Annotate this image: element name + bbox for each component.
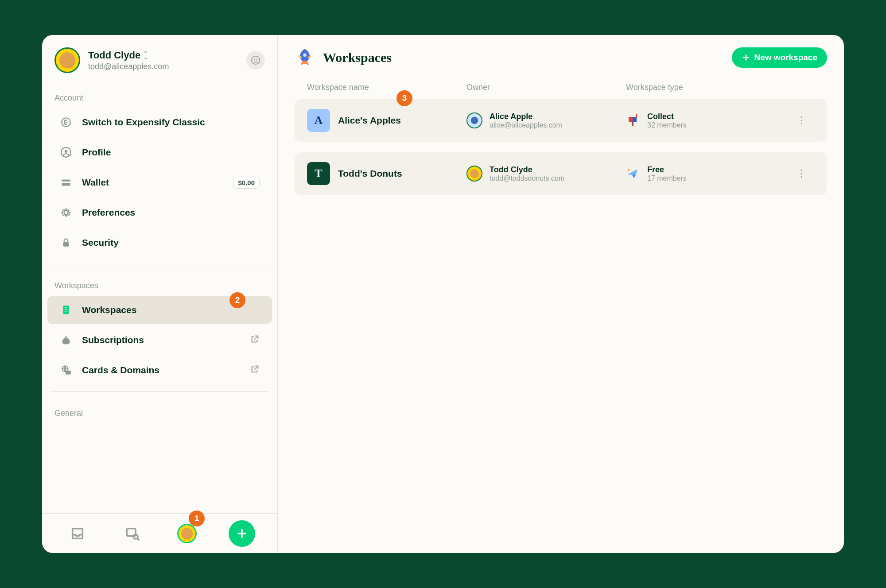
svg-point-21 xyxy=(471,117,478,124)
section-general-label: General xyxy=(42,398,277,422)
smiley-icon xyxy=(251,55,260,65)
building-icon xyxy=(60,304,72,316)
section-workspaces-label: Workspaces xyxy=(42,271,277,295)
svg-point-0 xyxy=(252,56,260,64)
expensify-classic-icon xyxy=(60,116,72,128)
svg-rect-8 xyxy=(63,242,69,247)
plus-icon xyxy=(236,527,248,540)
owner-name: Todd Clyde xyxy=(490,165,564,174)
lock-icon xyxy=(60,236,72,249)
workspace-row[interactable]: T Todd's Donuts Todd Clyde todd@toddsdon… xyxy=(295,152,827,195)
workspace-name: Todd's Donuts xyxy=(338,168,402,179)
bottom-nav-inbox[interactable] xyxy=(64,520,91,547)
plus-icon xyxy=(742,53,750,62)
divider xyxy=(50,391,269,392)
nav-profile[interactable]: Profile xyxy=(47,138,272,166)
wallet-icon xyxy=(60,176,72,189)
workspace-members: 32 members xyxy=(647,121,687,129)
owner-avatar xyxy=(466,166,482,182)
nav-label: Profile xyxy=(82,147,111,158)
workspace-type: Free xyxy=(647,165,687,174)
workspace-type: Collect xyxy=(647,112,687,121)
app-window: Todd Clyde ⌃⌄ todd@aliceapples.com Accou… xyxy=(42,35,844,553)
user-header[interactable]: Todd Clyde ⌃⌄ todd@aliceapples.com xyxy=(42,35,277,83)
paper-plane-icon xyxy=(626,166,640,181)
nav-label: Wallet xyxy=(82,177,109,188)
svg-point-5 xyxy=(65,150,68,153)
svg-rect-25 xyxy=(636,114,637,118)
nav-switch-classic[interactable]: Switch to Expensify Classic xyxy=(47,108,272,136)
nav-label: Subscriptions xyxy=(82,335,144,345)
annotation-badge-1: 1 xyxy=(189,511,205,526)
nav-label: Workspaces xyxy=(82,305,136,315)
owner-email: alice@aliceapples.com xyxy=(490,121,562,129)
rocket-icon xyxy=(295,47,315,68)
svg-rect-24 xyxy=(632,122,633,126)
new-workspace-button[interactable]: New workspace xyxy=(732,47,827,68)
svg-rect-23 xyxy=(629,117,633,122)
page-header: Workspaces New workspace xyxy=(295,47,827,68)
inbox-icon xyxy=(70,526,85,541)
nav-label: Switch to Expensify Classic xyxy=(82,117,205,128)
bottom-nav-create[interactable] xyxy=(229,520,255,547)
svg-rect-7 xyxy=(62,182,70,183)
status-emoji-button[interactable] xyxy=(246,51,265,70)
bottom-nav-search[interactable] xyxy=(119,520,146,547)
owner-email: todd@toddsdonuts.com xyxy=(490,174,564,182)
nav-preferences[interactable]: Preferences xyxy=(47,198,272,227)
main-content: Workspaces New workspace Workspace name … xyxy=(278,35,844,553)
nav-label: Cards & Domains xyxy=(82,365,159,375)
workspace-avatar: A xyxy=(307,109,330,132)
mailbox-icon xyxy=(626,113,640,128)
profile-icon xyxy=(60,146,72,159)
col-owner: Owner xyxy=(466,83,626,92)
user-avatar-small xyxy=(177,524,197,543)
section-account-label: Account xyxy=(42,83,277,107)
nav-workspaces[interactable]: Workspaces 2 xyxy=(47,296,272,324)
user-email: todd@aliceapples.com xyxy=(88,62,169,71)
bottom-nav-account[interactable]: 1 xyxy=(174,520,200,547)
nav-wallet[interactable]: Wallet $0.00 xyxy=(47,168,272,197)
divider xyxy=(50,264,269,264)
chevron-updown-icon: ⌃⌄ xyxy=(143,52,148,59)
owner-name: Alice Apple xyxy=(490,112,562,121)
svg-rect-14 xyxy=(65,311,66,312)
svg-rect-10 xyxy=(65,307,66,308)
page-title: Workspaces xyxy=(323,50,392,65)
user-avatar xyxy=(54,47,80,73)
row-menu-button[interactable]: ⋮ xyxy=(788,168,815,179)
button-label: New workspace xyxy=(754,53,817,62)
annotation-badge-2: 2 xyxy=(229,292,245,308)
svg-point-2 xyxy=(256,59,257,60)
user-name: Todd Clyde xyxy=(88,50,140,61)
gear-icon xyxy=(60,206,72,219)
svg-point-26 xyxy=(628,169,630,171)
workspace-members: 17 members xyxy=(647,174,687,182)
wallet-balance: $0.00 xyxy=(233,177,260,189)
money-bag-icon xyxy=(60,334,72,346)
col-type: Workspace type xyxy=(626,83,788,92)
svg-rect-12 xyxy=(65,309,66,310)
bottom-nav: 1 xyxy=(42,513,277,553)
external-link-icon xyxy=(250,364,260,376)
svg-rect-11 xyxy=(66,307,67,308)
svg-rect-17 xyxy=(66,371,71,375)
workspace-row[interactable]: A Alice's Apples Alice Apple alice@alice… xyxy=(295,99,827,142)
receipt-search-icon xyxy=(125,526,140,541)
svg-rect-13 xyxy=(66,309,67,310)
nav-security[interactable]: Security xyxy=(47,228,272,257)
nav-label: Preferences xyxy=(82,207,135,218)
external-link-icon xyxy=(250,334,260,346)
workspace-avatar: T xyxy=(307,162,330,185)
row-menu-button[interactable]: ⋮ xyxy=(788,115,815,126)
plus-fab[interactable] xyxy=(229,520,255,547)
nav-subscriptions[interactable]: Subscriptions xyxy=(47,326,272,354)
sidebar: Todd Clyde ⌃⌄ todd@aliceapples.com Accou… xyxy=(42,35,278,553)
col-name: Workspace name xyxy=(307,83,466,92)
owner-avatar xyxy=(466,112,482,128)
nav-label: Security xyxy=(82,237,119,248)
nav-cards-domains[interactable]: Cards & Domains xyxy=(47,356,272,384)
svg-point-1 xyxy=(254,59,255,60)
globe-card-icon xyxy=(60,364,72,376)
annotation-badge-3: 3 xyxy=(396,90,412,106)
